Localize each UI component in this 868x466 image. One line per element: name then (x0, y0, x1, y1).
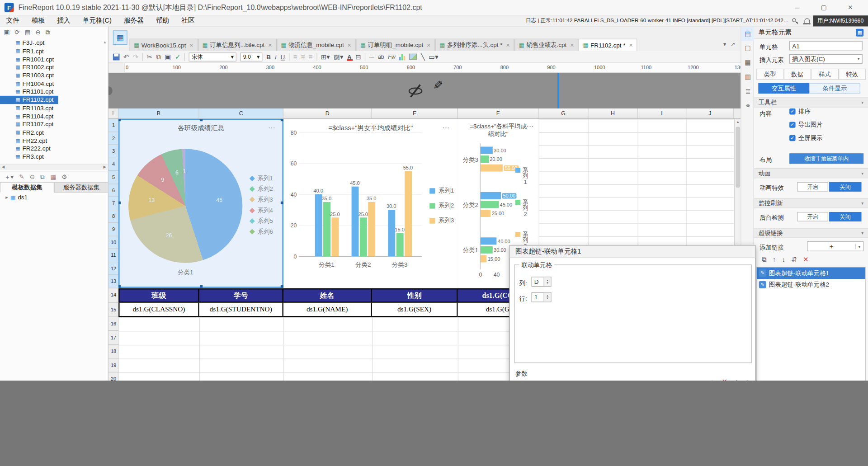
column-header-B[interactable]: B (118, 108, 199, 118)
row-header-10[interactable]: 10 (108, 236, 118, 249)
draw-line-icon[interactable]: ╲ (421, 53, 425, 61)
cell-element-pane-icon[interactable]: ▤ (741, 27, 755, 41)
table-header-cell[interactable]: 班级 (118, 288, 199, 302)
copy-icon[interactable]: ⧉ (156, 53, 161, 61)
formula-tool-icon[interactable]: Fw (388, 54, 395, 60)
paste-icon[interactable]: ▣ (165, 53, 171, 61)
new-folder-icon[interactable]: ▣ (4, 28, 10, 36)
editor-tab[interactable]: ▦多列排序添...头.cpt *✕ (435, 39, 514, 51)
row-header-14[interactable]: 14 (108, 288, 118, 302)
notification-bell-icon[interactable] (804, 18, 810, 23)
animation-on-button[interactable]: 开启 (797, 182, 828, 192)
resize-handle[interactable] (281, 202, 283, 204)
expand-icon[interactable]: ▸ (5, 194, 8, 200)
font-size-select[interactable]: 9.0▾ (241, 52, 263, 61)
editor-tab[interactable]: ▦FR1102.cpt *✕ (579, 39, 637, 51)
checkbox-row[interactable]: ✓排序 (789, 108, 822, 116)
column-header-C[interactable]: C (199, 108, 283, 118)
section-animation[interactable]: 动画 ▾ (754, 168, 868, 178)
tree-scroll-up-icon[interactable]: ▲ (103, 40, 107, 44)
monitor-off-button[interactable]: 关闭 (829, 212, 861, 221)
dataset-tab[interactable]: 服务器数据集 (54, 182, 108, 193)
underline-button[interactable]: U (281, 53, 285, 60)
row-header-16[interactable]: 16 (108, 317, 118, 331)
file-tree-item[interactable]: ▦FR2.cpt (0, 128, 48, 137)
tab-close-icon[interactable]: ✕ (629, 42, 633, 48)
scroll-right-icon[interactable]: ▶ (104, 165, 107, 169)
param-down-icon[interactable]: ↓ (743, 377, 752, 381)
param-up-icon[interactable]: ↑ (732, 377, 741, 381)
collapse-icon[interactable]: ▾ (861, 100, 863, 105)
row-header-18[interactable]: 18 (108, 345, 118, 359)
hbar-legend-item[interactable]: 系列2 (515, 199, 528, 217)
editor-tab[interactable]: ▦WorkBook15.cpt✕ (130, 39, 198, 51)
remove-dataset-icon[interactable]: ⊖ (30, 173, 35, 180)
scroll-up-icon[interactable]: ▲ (735, 120, 741, 123)
column-spinner[interactable]: D ▲▼ (532, 277, 552, 287)
column-header-E[interactable]: E (372, 108, 458, 118)
panel-tab-1[interactable]: 类型 (756, 69, 784, 80)
template-icon[interactable]: ▦ (113, 30, 127, 45)
file-tree-item[interactable]: ▦FR1102.cpt (0, 96, 58, 104)
bold-button[interactable]: B (266, 53, 271, 60)
cut-icon[interactable]: ✂ (147, 53, 152, 61)
hide-preview-icon[interactable] (407, 83, 424, 99)
float-element-pane-icon[interactable]: ▢ (741, 41, 755, 56)
select-all-corner[interactable]: ⣿ (108, 108, 118, 118)
menu-item-6[interactable]: 帮助 (150, 16, 175, 26)
undo-icon[interactable]: ↶ (123, 53, 129, 61)
column-header-F[interactable]: F (458, 108, 539, 118)
checkbox-checked-icon[interactable]: ✓ (789, 135, 795, 141)
table-data-cell[interactable]: ds1.G(NAME) (283, 303, 372, 317)
italic-button[interactable]: I (275, 53, 277, 60)
row-header-6[interactable]: 6 (108, 184, 118, 197)
align-left-icon[interactable]: ≡ (293, 53, 297, 61)
insert-image-icon[interactable] (409, 54, 417, 60)
table-header-cell[interactable]: 性别 (372, 288, 458, 302)
file-tree-item[interactable]: ▦FR1003.cpt (0, 71, 58, 80)
band-handle[interactable] (108, 86, 113, 95)
refresh-icon[interactable]: ⟳ (14, 28, 19, 36)
menu-item-4[interactable]: 单元格(C) (76, 16, 118, 26)
section-toolbar[interactable]: 工具栏 ▾ (754, 98, 868, 108)
checkbox-checked-icon[interactable]: ✓ (789, 108, 795, 114)
add-dataset-icon[interactable]: ＋▾ (5, 173, 14, 181)
bar-legend-item[interactable]: 系列3 (429, 217, 454, 225)
sort-icon[interactable]: ⇵ (792, 256, 797, 264)
file-tree-item[interactable]: ▦FR1002.cpt (0, 63, 58, 71)
hbar-chart-menu-icon[interactable]: ⋯ (526, 122, 534, 131)
close-button[interactable]: ✕ (837, 0, 863, 15)
hyperlink-item[interactable]: ✎图表超链-联动单元格2 (757, 279, 865, 291)
tab-close-icon[interactable]: ✕ (268, 42, 272, 48)
editor-tab[interactable]: ▦销售业绩表.cpt✕ (514, 39, 579, 51)
selection-overlay[interactable] (118, 119, 283, 287)
spinner-arrows-icon[interactable]: ▲▼ (543, 293, 551, 302)
edit-dataset-icon[interactable]: ✎ (19, 173, 24, 180)
editor-tab[interactable]: ▦物流信息_mobile.cpt✕ (277, 39, 356, 51)
preview-dataset-icon[interactable]: ▦ (50, 173, 56, 180)
table-header-cell[interactable]: 学号 (199, 288, 283, 302)
table-data-cell[interactable]: ds1.G(CLASSNO) (118, 303, 199, 317)
delete-param-icon[interactable]: ✕ (720, 377, 729, 381)
tab-detach-icon[interactable]: ↗ (731, 41, 735, 47)
row-header-9[interactable]: 9 (108, 223, 118, 236)
scrollbar-thumb[interactable] (736, 127, 740, 188)
tab-close-icon[interactable]: ✕ (347, 42, 351, 48)
spinner-arrows-icon[interactable]: ▲▼ (543, 277, 551, 286)
column-header-J[interactable]: J (686, 108, 734, 118)
hyperlink-pane-icon[interactable]: ⚭ (741, 99, 755, 113)
condition-pane-icon[interactable]: ≣ (741, 84, 755, 99)
bar-legend-item[interactable]: 系列1 (429, 187, 454, 195)
move-up-icon[interactable]: ↑ (773, 256, 776, 264)
file-tree-item[interactable]: ▦FR1101.cpt (0, 88, 58, 96)
copy-link-icon[interactable]: ⧉ (762, 256, 767, 264)
menu-item-2[interactable]: 模板 (25, 16, 51, 26)
column-header-G[interactable]: G (538, 108, 588, 118)
save-icon[interactable] (113, 53, 120, 60)
section-hyperlink[interactable]: 超级链接 ▾ (754, 228, 868, 238)
insert-chart-icon[interactable] (399, 53, 405, 60)
resize-handle[interactable] (200, 285, 203, 288)
file-tree-item[interactable]: ▦FR1104.cpt (0, 112, 58, 120)
move-down-icon[interactable]: ↓ (782, 256, 785, 264)
file-tree-item[interactable]: ▦FR3.cpt (0, 153, 48, 161)
